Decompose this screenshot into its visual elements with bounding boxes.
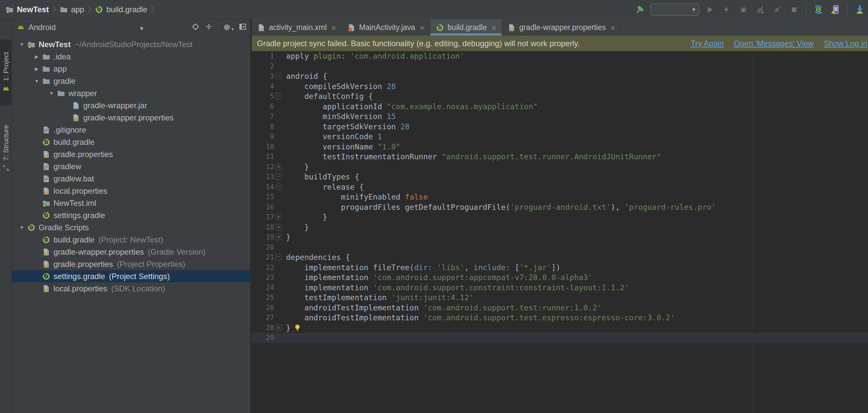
code-line-20[interactable]: 20 [252,242,868,253]
tree-item-build-gradle[interactable]: build.gradle [12,136,250,148]
hide-panel-button[interactable] [239,23,247,32]
chevron-expanded-icon[interactable]: ▼ [31,78,42,84]
apply-changes-button[interactable] [720,2,733,17]
fold-open-icon[interactable]: − [275,173,282,180]
collapse-all-button[interactable] [205,23,213,32]
project-options-button[interactable]: ▾ [223,23,234,32]
fold-open-icon[interactable]: − [275,93,282,99]
intention-lightbulb-icon[interactable] [293,323,302,332]
code-line-1[interactable]: 1apply plugin: 'com.android.application' [252,51,868,61]
code-line-16[interactable]: 16 proguardFiles getDefaultProguardFile(… [252,202,868,212]
code-line-10[interactable]: 10 versionName "1.0" [252,142,868,152]
fold-open-icon[interactable]: − [275,254,282,260]
fold-close-icon[interactable]: ∧ [275,164,282,170]
fold-close-icon[interactable]: ∧ [275,224,282,230]
tree-item-gradle-scripts[interactable]: ▼Gradle Scripts [12,221,250,234]
tab-build-gradle[interactable]: build.gradle× [430,20,502,36]
tree-item-local-properties[interactable]: local.properties [12,185,250,197]
fold-open-icon[interactable]: − [275,184,282,190]
tab-mainactivity-java[interactable]: JMainActivity.java× [342,20,430,36]
chevron-collapsed-icon[interactable]: ▶ [31,54,42,60]
fold-close-icon[interactable]: ∧ [275,234,282,240]
code-line-19[interactable]: 19∧} [252,232,868,242]
fold-open-icon[interactable]: − [275,73,282,79]
code-line-9[interactable]: 9 versionCode 1 [252,132,868,142]
tree-item--gitignore[interactable]: .gitignore [12,124,250,136]
fold-close-icon[interactable]: ∧ [275,324,282,331]
chevron-expanded-icon[interactable]: ▼ [17,225,27,230]
tree-item-gradle-wrapper-properties[interactable]: gradle-wrapper.properties(Gradle Version… [12,246,250,258]
build-button[interactable] [633,2,646,17]
breadcrumb-file[interactable]: build.gradle [95,5,147,14]
code-line-2[interactable]: 2 [252,61,868,72]
code-line-17[interactable]: 17∧ } [252,212,868,222]
open-messages-link[interactable]: Open 'Messages' View [734,39,814,48]
chevron-collapsed-icon[interactable]: ▶ [31,66,42,72]
tab-gradle-wrapper-properties[interactable]: gradle-wrapper.properties× [502,20,621,36]
close-icon[interactable]: × [492,25,496,31]
tree-item-gradlew[interactable]: gradlew [12,160,250,173]
project-view-selector[interactable]: Android [28,23,56,32]
tree-item-newtest-iml[interactable]: NewTest.iml [12,197,250,209]
code-line-6[interactable]: 6 applicationId "com.example.noxas.myapp… [252,102,868,112]
tab-activity-main-xml[interactable]: <>activity_main.xml× [252,20,342,36]
tree-item-wrapper[interactable]: ▼wrapper [12,87,250,99]
code-line-12[interactable]: 12∧ } [252,162,868,172]
profile-button[interactable] [754,2,767,17]
code-editor[interactable]: 1apply plugin: 'com.android.application'… [252,51,868,413]
code-line-15[interactable]: 15 minifyEnabled false [252,192,868,202]
chevron-expanded-icon[interactable]: ▼ [17,41,27,47]
tool-window-structure[interactable]: 7: Structure [0,115,12,181]
code-line-18[interactable]: 18∧ } [252,222,868,233]
code-line-27[interactable]: 27 androidTestImplementation 'com.androi… [252,313,868,323]
code-line-21[interactable]: 21−dependencies { [252,252,868,263]
run-config-combo[interactable]: ▾ [650,3,699,16]
code-line-28[interactable]: 28∧} [252,323,868,333]
close-icon[interactable]: × [331,25,336,31]
code-line-4[interactable]: 4 compileSdkVersion 28 [252,81,868,92]
code-line-5[interactable]: 5− defaultConfig { [252,91,868,102]
debug-button[interactable] [737,2,750,17]
try-again-link[interactable]: Try Again [691,39,724,48]
code-line-3[interactable]: 3−android { [252,71,868,81]
chevron-expanded-icon[interactable]: ▼ [46,91,57,96]
code-line-7[interactable]: 7 minSdkVersion 15 [252,111,868,122]
tree-item-local-properties[interactable]: local.properties(SDK Location) [12,282,250,295]
avd-manager-button[interactable] [829,2,842,17]
tool-window-project[interactable]: 1: Project [0,40,12,106]
close-icon[interactable]: × [610,25,615,31]
tree-item-gradle-wrapper-properties[interactable]: gradle-wrapper.properties [12,111,250,124]
code-line-8[interactable]: 8 targetSdkVersion 28 [252,122,868,132]
code-line-14[interactable]: 14− release { [252,182,868,192]
locate-button[interactable] [191,23,200,32]
sdk-manager-button[interactable] [854,2,866,17]
tree-item-app[interactable]: ▶app [12,63,250,75]
gradle-sync-button[interactable] [812,2,825,17]
chevron-down-icon[interactable]: ▾ [140,25,143,32]
code-line-24[interactable]: 24 implementation 'com.android.support.c… [252,283,868,293]
code-line-11[interactable]: 11 testInstrumentationRunner "android.su… [252,152,868,162]
close-icon[interactable]: × [420,25,425,31]
breadcrumb-app[interactable]: app [59,5,84,14]
tree-item-gradle[interactable]: ▼gradle [12,75,250,87]
tree-item-gradle-properties[interactable]: gradle.properties [12,148,250,160]
tree-item-settings-gradle[interactable]: settings.gradle [12,209,250,221]
code-line-22[interactable]: 22 implementation fileTree(dir: 'libs', … [252,263,868,273]
tree-item-newtest[interactable]: ▼NewTest~/AndroidStudioProjects/NewTest [12,38,250,50]
show-log-link[interactable]: Show Log in [824,39,867,48]
code-line-23[interactable]: 23 implementation 'com.android.support:a… [252,273,868,283]
tree-item-gradle-wrapper-jar[interactable]: gradle-wrapper.jar [12,99,250,111]
tree-item-gradlew-bat[interactable]: gradlew.bat [12,173,250,185]
code-line-13[interactable]: 13− buildTypes { [252,172,868,182]
tree-item-settings-gradle[interactable]: settings.gradle(Project Settings) [12,270,250,282]
tree-item-build-gradle[interactable]: build.gradle(Project: NewTest) [12,234,250,246]
breadcrumb-project[interactable]: NewTest [5,5,49,14]
code-line-29[interactable]: 29 [252,333,868,343]
code-line-26[interactable]: 26 androidTestImplementation 'com.androi… [252,303,868,313]
attach-profiler-button[interactable]: a [771,2,783,17]
stop-button[interactable] [788,2,800,17]
tree-item-gradle-properties[interactable]: gradle.properties(Project Properties) [12,258,250,270]
run-button[interactable] [704,2,716,17]
tree-item--idea[interactable]: ▶.idea [12,50,250,63]
fold-close-icon[interactable]: ∧ [275,214,282,220]
